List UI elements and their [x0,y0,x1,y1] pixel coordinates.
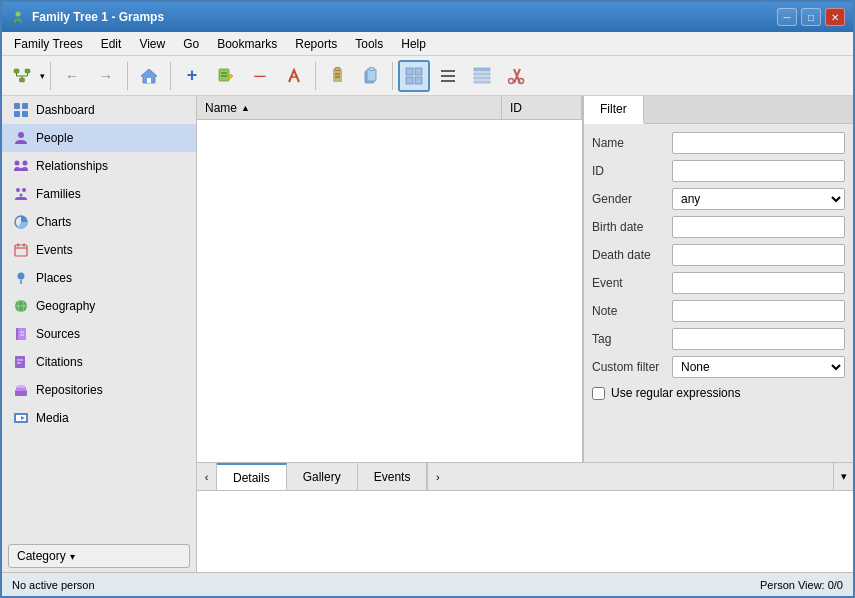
sidebar-item-repositories[interactable]: Repositories [2,376,196,404]
filter-birth-date-row: Birth date [592,216,845,238]
view-list-button[interactable] [398,60,430,92]
people-label: People [36,131,73,145]
relationships-icon [12,157,30,175]
filter-birth-date-input[interactable] [672,216,845,238]
menu-reports[interactable]: Reports [287,35,345,53]
tabs-left-arrow[interactable]: ‹ [197,463,217,491]
dashboard-icon [12,101,30,119]
menu-go[interactable]: Go [175,35,207,53]
repositories-icon [12,381,30,399]
go-back-button[interactable]: ← [56,60,88,92]
home-button[interactable] [133,60,165,92]
tabs-right-arrow[interactable]: › [427,463,447,491]
svg-point-48 [20,194,23,197]
sidebar-item-families[interactable]: Families [2,180,196,208]
sidebar-item-places[interactable]: Places [2,264,196,292]
filter-body: Name ID Gender any [584,124,853,410]
filter-custom-row: Custom filter None [592,356,845,378]
svg-rect-41 [14,111,20,117]
filter-id-input[interactable] [672,160,845,182]
sidebar-item-dashboard[interactable]: Dashboard [2,96,196,124]
tab-gallery-label: Gallery [303,470,341,484]
sidebar-item-geography[interactable]: Geography [2,292,196,320]
tab-events[interactable]: Events [358,463,428,491]
id-column-label: ID [510,101,522,115]
title-bar: Family Tree 1 - Gramps ─ □ ✕ [2,2,853,32]
close-button[interactable]: ✕ [825,8,845,26]
separator-5 [392,62,393,90]
families-label: Families [36,187,81,201]
filter-custom-label: Custom filter [592,360,672,374]
menu-edit[interactable]: Edit [93,35,130,53]
app-icon [10,9,26,25]
remove-button[interactable]: ─ [244,60,276,92]
sidebar-item-sources[interactable]: Sources [2,320,196,348]
sidebar-item-events[interactable]: Events [2,236,196,264]
sidebar-item-media[interactable]: Media [2,404,196,432]
svg-rect-18 [335,67,340,70]
manage-trees-button[interactable] [6,60,38,92]
minimize-button[interactable]: ─ [777,8,797,26]
menu-bookmarks[interactable]: Bookmarks [209,35,285,53]
filter-note-input[interactable] [672,300,845,322]
view-columns-button[interactable] [466,60,498,92]
view-lines-button[interactable] [432,60,464,92]
filter-event-input[interactable] [672,272,845,294]
id-column-header[interactable]: ID [502,96,582,119]
list-panel: Name ▲ ID Filter [197,96,853,462]
svg-rect-39 [14,103,20,109]
filter-tab[interactable]: Filter [584,96,644,124]
name-column-header[interactable]: Name ▲ [197,96,502,119]
tab-gallery[interactable]: Gallery [287,463,358,491]
manage-trees-dropdown-arrow[interactable]: ▾ [40,71,45,81]
list-body[interactable] [197,120,582,462]
merge-button[interactable] [278,60,310,92]
geography-icon [12,297,30,315]
tabs-overflow-button[interactable]: ▾ [833,463,853,491]
sort-arrow-icon: ▲ [241,103,250,113]
separator-2 [127,62,128,90]
menu-family-trees[interactable]: Family Trees [6,35,91,53]
sidebar-item-people[interactable]: People [2,124,196,152]
edit-button[interactable] [210,60,242,92]
add-button[interactable]: + [176,60,208,92]
filter-event-label: Event [592,276,672,290]
tabs-row: ‹ Details Gallery Events › ▾ [197,463,853,491]
details-panel: ‹ Details Gallery Events › ▾ [197,462,853,572]
menu-view[interactable]: View [131,35,173,53]
places-label: Places [36,271,72,285]
filter-custom-select[interactable]: None [672,356,845,378]
maximize-button[interactable]: □ [801,8,821,26]
repositories-label: Repositories [36,383,103,397]
sidebar-item-charts[interactable]: Charts [2,208,196,236]
go-forward-button[interactable]: → [90,60,122,92]
filter-tag-input[interactable] [672,328,845,350]
category-label: Category [17,549,66,563]
svg-point-37 [509,78,514,83]
svg-rect-27 [415,77,422,84]
sidebar-item-citations[interactable]: Citations [2,348,196,376]
filter-death-date-input[interactable] [672,244,845,266]
cut-button[interactable] [500,60,532,92]
charts-label: Charts [36,215,71,229]
filter-name-input[interactable] [672,132,845,154]
svg-point-43 [18,132,24,138]
tab-events-label: Events [374,470,411,484]
svg-point-47 [22,188,26,192]
paste-button[interactable] [355,60,387,92]
svg-rect-14 [219,69,229,81]
menu-help[interactable]: Help [393,35,434,53]
menu-tools[interactable]: Tools [347,35,391,53]
main-window: Family Tree 1 - Gramps ─ □ ✕ Family Tree… [0,0,855,598]
tab-details[interactable]: Details [217,463,287,491]
clipboard-button[interactable] [321,60,353,92]
filter-event-row: Event [592,272,845,294]
filter-regex-checkbox[interactable] [592,387,605,400]
svg-rect-24 [406,68,413,75]
filter-id-row: ID [592,160,845,182]
geography-label: Geography [36,299,95,313]
sidebar-item-relationships[interactable]: Relationships [2,152,196,180]
svg-rect-34 [474,81,490,83]
filter-gender-select[interactable]: any male female unknown [672,188,845,210]
category-dropdown[interactable]: Category ▾ [8,544,190,568]
